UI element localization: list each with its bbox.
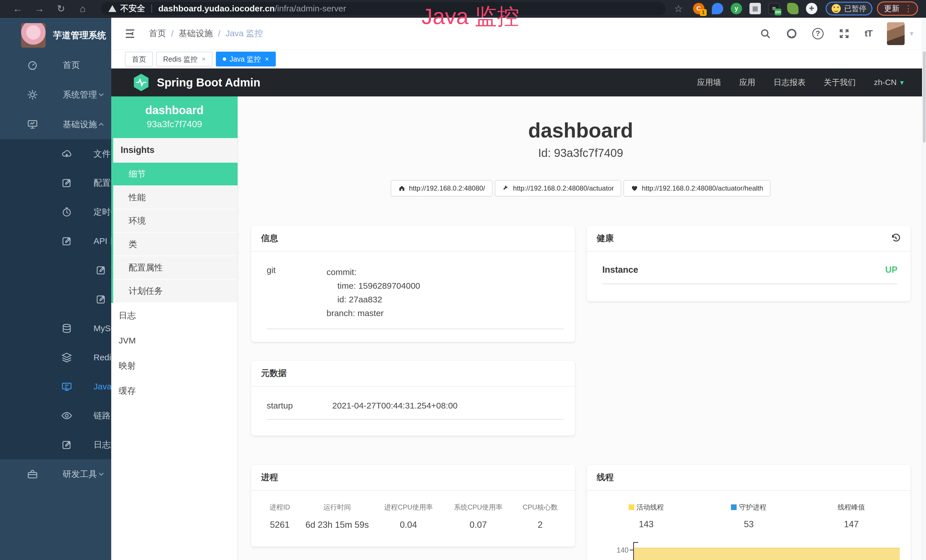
extension-colorzilla-icon[interactable]: C 1	[693, 3, 704, 14]
sba-nav-applications[interactable]: 应用	[740, 77, 755, 88]
search-icon[interactable]	[760, 28, 771, 39]
chevron-down-icon: ▾	[900, 78, 904, 87]
help-icon[interactable]: ?	[812, 28, 824, 39]
sidebar-item-config-management[interactable]: 配置管理	[0, 168, 111, 197]
threads-chart: 140 120 100	[601, 540, 900, 560]
fullscreen-icon[interactable]	[838, 28, 850, 39]
history-icon[interactable]	[891, 233, 901, 243]
service-url-button[interactable]: http://192.168.0.2:48080/	[391, 180, 493, 197]
sba-item-logs[interactable]: 日志	[111, 303, 238, 328]
app-menu: 首页 系统管理 基础设施 文件管理	[0, 50, 111, 489]
actuator-url-button[interactable]: http://192.168.0.2:48080/actuator	[495, 180, 622, 197]
screen: ← → ↻ ⌂ 不安全 dashboard.yudao.iocoder.cn/i…	[0, 0, 926, 560]
display-icon	[61, 380, 73, 393]
extension-sprout-icon[interactable]	[787, 3, 799, 14]
sba-item-metrics[interactable]: 性能	[113, 186, 238, 209]
sba-nav-wallboard[interactable]: 应用墙	[697, 77, 721, 88]
sidebar-item-scheduled-jobs[interactable]: 定时任务	[0, 197, 111, 227]
row-divider	[602, 283, 897, 284]
extension-puzzle-icon[interactable]: ✚	[806, 3, 817, 14]
sba-app-block[interactable]: dashboard 93a3fc7f7409	[111, 97, 238, 138]
sidebar-item-home[interactable]: 首页	[0, 50, 111, 80]
sidebar-item-error-log[interactable]: 错误日志	[0, 285, 111, 314]
url-text[interactable]: dashboard.yudao.iocoder.cn/infra/admin-s…	[158, 4, 346, 14]
sba-item-mappings[interactable]: 映射	[111, 353, 238, 378]
breadcrumb-infrastructure[interactable]: 基础设施	[179, 28, 213, 39]
sidebar-item-java-monitor[interactable]: Java 监控	[0, 372, 111, 401]
sidebar-item-infrastructure[interactable]: 基础设施	[0, 109, 111, 139]
legend-blue-swatch	[731, 504, 737, 510]
update-button[interactable]: 更新 ⋮	[877, 2, 918, 16]
sba-item-scheduled-tasks[interactable]: 计划任务	[113, 280, 238, 303]
sidebar-item-system[interactable]: 系统管理	[0, 80, 111, 109]
close-icon[interactable]: ×	[265, 55, 269, 63]
sidebar-item-access-log[interactable]: 访问日志	[0, 256, 111, 285]
extension-switch-icon[interactable]: ≡ on	[768, 3, 780, 14]
sba-item-details[interactable]: 细节	[113, 163, 238, 186]
process-card: 进程 进程ID5261 运行时间6d 23h 15m 59s 进程CPU使用率0…	[251, 465, 575, 546]
github-icon[interactable]	[786, 28, 797, 39]
kebab-menu-icon[interactable]: ⋮	[904, 4, 912, 13]
tab-redis-monitor[interactable]: Redis 监控 ×	[156, 51, 212, 67]
sba-item-environment[interactable]: 环境	[113, 209, 238, 233]
security-label[interactable]: 不安全	[120, 3, 145, 14]
close-icon[interactable]: ×	[202, 55, 206, 63]
legend-label: 守护进程	[739, 502, 766, 512]
cards-row-2: 元数据 startup 2021-04-27T00:44:31.254+08:0…	[251, 360, 910, 436]
hamburger-icon[interactable]	[124, 27, 136, 40]
sba-insights-group: Insights 细节 性能 环境 类 配置属性 计划任务	[111, 138, 238, 303]
address-separator	[151, 4, 152, 13]
forward-icon[interactable]: →	[33, 2, 46, 15]
reload-icon[interactable]: ↻	[54, 2, 68, 15]
sba-nav-about[interactable]: 关于我们	[824, 77, 856, 88]
user-avatar[interactable]	[887, 22, 905, 45]
sba-item-jvm[interactable]: JVM	[111, 328, 238, 353]
breadcrumb-home[interactable]: 首页	[149, 28, 166, 39]
metadata-row-startup: startup 2021-04-27T00:44:31.254+08:00	[267, 401, 563, 410]
threads-legend: 活动线程 143 守护进程 53	[595, 502, 903, 530]
extension-y-icon[interactable]: y	[731, 3, 742, 14]
bookmark-star-icon[interactable]: ☆	[672, 2, 685, 15]
tab-java-monitor[interactable]: Java 监控 ×	[216, 51, 276, 67]
sba-item-classes[interactable]: 类	[113, 233, 238, 256]
sba-brand-title[interactable]: Spring Boot Admin	[157, 76, 260, 89]
instance-links: http://192.168.0.2:48080/ http://192.168…	[251, 180, 910, 197]
sba-locale-select[interactable]: zh-CN ▾	[874, 78, 904, 87]
sidebar-item-log-center[interactable]: 日志中心	[0, 430, 111, 459]
process-col-value: 5261	[258, 520, 301, 530]
extension-pin-icon[interactable]	[712, 3, 723, 14]
process-col-header: 系统CPU使用率	[444, 502, 512, 512]
info-row-git: git commit: time: 1596289704000 id: 27aa…	[267, 265, 563, 320]
caret-down-icon[interactable]: ▾	[910, 29, 914, 38]
tab-home[interactable]: 首页	[125, 51, 153, 67]
home-icon[interactable]: ⌂	[76, 2, 89, 15]
breadcrumb-current: Java 监控	[225, 28, 263, 39]
sidebar-item-trace[interactable]: 链路追踪	[0, 401, 111, 430]
sba-item-caches[interactable]: 缓存	[111, 378, 238, 403]
info-card-header: 信息	[251, 226, 575, 251]
address-bar[interactable]: 不安全 dashboard.yudao.iocoder.cn/infra/adm…	[101, 2, 666, 15]
sidebar-item-redis-monitor[interactable]: Redis 监控	[0, 343, 111, 372]
header-actions: ? tT ▾	[745, 22, 914, 45]
app-logo-row[interactable]: 芋道管理系统	[0, 18, 111, 50]
sba-item-config-props[interactable]: 配置属性	[113, 256, 238, 280]
sidebar-item-api-log[interactable]: API 日志	[0, 227, 111, 256]
sba-nav-journal[interactable]: 日志报表	[774, 77, 806, 88]
page-scrollbar[interactable]	[922, 18, 926, 560]
sidebar-item-mysql-monitor[interactable]: MySQL 监控	[0, 314, 111, 343]
live-threads-area	[634, 548, 900, 560]
back-icon[interactable]: ←	[11, 2, 24, 15]
sidebar-item-file-management[interactable]: 文件管理	[0, 139, 111, 168]
health-url-button[interactable]: http://192.168.0.2:48080/actuator/health	[623, 180, 770, 197]
url-path: /infra/admin-server	[275, 4, 346, 13]
font-size-icon[interactable]: tT	[865, 28, 872, 39]
breadcrumb: 首页 / 基础设施 / Java 监控	[149, 28, 263, 39]
scrollbar-thumb[interactable]	[923, 51, 926, 143]
sidebar-item-dev-tools[interactable]: 研发工具	[0, 459, 111, 489]
legend-value: 53	[698, 519, 800, 530]
process-col-value: 0.04	[373, 520, 444, 530]
extension-grid-icon[interactable]: ▦	[749, 3, 761, 14]
health-row-label: Instance	[602, 265, 638, 275]
paused-profile-chip[interactable]: 已暂停	[826, 2, 872, 15]
breadcrumb-separator: /	[218, 29, 220, 38]
